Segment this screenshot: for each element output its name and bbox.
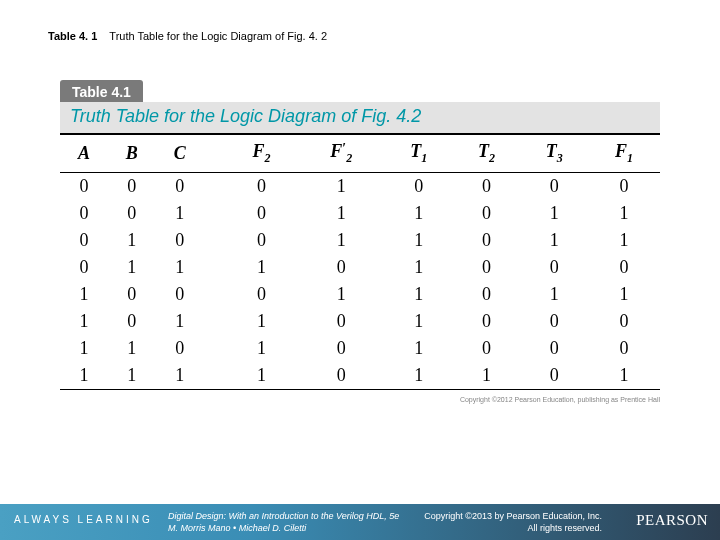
table-cell: 1 (297, 200, 384, 227)
table-cell: 1 (520, 227, 588, 254)
table-cell: 1 (385, 308, 453, 335)
table-cell: 0 (226, 200, 298, 227)
table-cell: 0 (453, 172, 521, 200)
table-cell: 1 (60, 308, 108, 335)
table-cell: 0 (453, 281, 521, 308)
col-T3: T3 (520, 134, 588, 172)
table-cell: 0 (156, 281, 204, 308)
table-cell: 0 (588, 335, 660, 362)
table-cell: 0 (453, 308, 521, 335)
table-cell: 0 (108, 281, 156, 308)
table-cell: 1 (108, 254, 156, 281)
footer-bar: ALWAYS LEARNING Digital Design: With an … (0, 504, 720, 540)
table-cell: 0 (297, 254, 384, 281)
table-cell: 0 (453, 254, 521, 281)
table-cell: 1 (156, 308, 204, 335)
col-F2: F2 (226, 134, 298, 172)
table-cell: 0 (108, 308, 156, 335)
table-cell: 0 (108, 200, 156, 227)
table-row: 100011011 (60, 281, 660, 308)
table-cell: 1 (385, 200, 453, 227)
table-cell: 0 (60, 172, 108, 200)
table-cell: 1 (108, 362, 156, 390)
book-credit: Digital Design: With an Introduction to … (168, 510, 399, 534)
table-row: 010011011 (60, 227, 660, 254)
table-cell: 0 (156, 335, 204, 362)
table-row: 110101000 (60, 335, 660, 362)
table-row: 101101000 (60, 308, 660, 335)
figure-fine-print: Copyright ©2012 Pearson Education, publi… (60, 390, 660, 403)
table-cell: 0 (297, 335, 384, 362)
col-F2prime: F′2 (297, 134, 384, 172)
table-cell: 1 (156, 254, 204, 281)
table-cell: 1 (588, 200, 660, 227)
table-row: 111101101 (60, 362, 660, 390)
table-cell: 1 (453, 362, 521, 390)
table-cell: 1 (108, 335, 156, 362)
caption-text: Truth Table for the Logic Diagram of Fig… (109, 30, 327, 42)
table-cell: 1 (520, 281, 588, 308)
table-cell: 0 (385, 172, 453, 200)
figure-tab: Table 4.1 (60, 80, 143, 102)
table-cell: 0 (297, 308, 384, 335)
col-B: B (108, 134, 156, 172)
table-cell: 1 (385, 227, 453, 254)
col-A: A (60, 134, 108, 172)
truth-table: A B C F2 F′2 T1 T2 T3 F1 000010000001011… (60, 133, 660, 390)
table-cell: 0 (520, 308, 588, 335)
table-cell: 1 (156, 362, 204, 390)
table-cell: 1 (60, 362, 108, 390)
table-cell: 1 (385, 362, 453, 390)
table-cell: 1 (226, 308, 298, 335)
table-cell: 1 (297, 281, 384, 308)
caption-label: Table 4. 1 (48, 30, 97, 42)
figure-title: Truth Table for the Logic Diagram of Fig… (60, 102, 660, 133)
table-cell: 0 (226, 172, 298, 200)
col-T2: T2 (453, 134, 521, 172)
table-cell: 1 (60, 335, 108, 362)
table-cell: 1 (588, 227, 660, 254)
table-cell: 1 (60, 281, 108, 308)
table-cell: 0 (60, 254, 108, 281)
always-learning: ALWAYS LEARNING (14, 514, 153, 525)
table-cell: 1 (226, 335, 298, 362)
table-cell: 0 (588, 308, 660, 335)
col-C: C (156, 134, 204, 172)
table-cell: 0 (588, 172, 660, 200)
pearson-logo: PEARSON (636, 512, 708, 529)
table-cell: 0 (453, 227, 521, 254)
table-cell: 0 (156, 227, 204, 254)
table-row: 000010000 (60, 172, 660, 200)
table-header-row: A B C F2 F′2 T1 T2 T3 F1 (60, 134, 660, 172)
table-cell: 0 (453, 335, 521, 362)
table-cell: 1 (385, 254, 453, 281)
table-cell: 0 (226, 227, 298, 254)
table-cell: 0 (60, 200, 108, 227)
table-cell: 1 (588, 362, 660, 390)
table-cell: 0 (453, 200, 521, 227)
table-cell: 0 (297, 362, 384, 390)
table-cell: 1 (385, 281, 453, 308)
table-cell: 0 (520, 335, 588, 362)
slide-caption: Table 4. 1 Truth Table for the Logic Dia… (48, 30, 327, 42)
table-cell: 0 (226, 281, 298, 308)
table-cell: 1 (108, 227, 156, 254)
table-cell: 0 (520, 362, 588, 390)
table-cell: 1 (520, 200, 588, 227)
table-cell: 1 (297, 172, 384, 200)
table-cell: 1 (156, 200, 204, 227)
table-cell: 1 (226, 254, 298, 281)
table-cell: 0 (108, 172, 156, 200)
table-figure: Table 4.1 Truth Table for the Logic Diag… (60, 80, 660, 403)
table-cell: 0 (520, 254, 588, 281)
table-cell: 1 (297, 227, 384, 254)
col-T1: T1 (385, 134, 453, 172)
table-cell: 1 (588, 281, 660, 308)
table-row: 001011011 (60, 200, 660, 227)
copyright: Copyright ©2013 by Pearson Education, In… (424, 510, 602, 534)
table-row: 011101000 (60, 254, 660, 281)
table-cell: 1 (385, 335, 453, 362)
table-cell: 0 (588, 254, 660, 281)
table-cell: 0 (520, 172, 588, 200)
table-cell: 0 (60, 227, 108, 254)
